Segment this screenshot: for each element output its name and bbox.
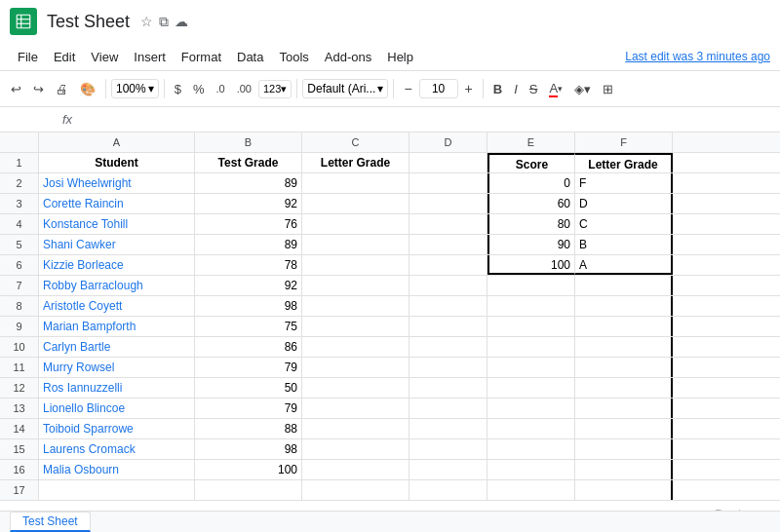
cell-b5[interactable]: 89 [195,235,302,254]
cell-b12[interactable]: 50 [195,378,302,398]
decimal2-button[interactable]: .00 [232,79,256,98]
cell-d11[interactable] [410,358,488,377]
cell-c13[interactable] [302,399,410,418]
cell-d13[interactable] [410,399,488,418]
cell-a5[interactable]: Shani Cawker [39,235,195,254]
cell-f1[interactable]: Letter Grade [575,153,673,172]
cell-f11[interactable] [575,358,673,377]
cell-a6[interactable]: Kizzie Borleace [39,255,195,275]
bold-button[interactable]: B [488,78,507,100]
cell-d16[interactable] [410,460,488,479]
menu-addons[interactable]: Add-ons [317,47,379,67]
menu-insert[interactable]: Insert [126,47,174,67]
cell-a12[interactable]: Ros Iannuzzelli [39,378,195,398]
font-size-increase[interactable]: + [460,77,478,100]
cell-f8[interactable] [575,296,673,316]
cell-b2[interactable]: 89 [195,173,302,193]
cell-e8[interactable] [488,296,575,316]
cell-a9[interactable]: Marian Bampforth [39,317,195,336]
col-header-c[interactable]: C [302,133,410,152]
cell-b15[interactable]: 98 [195,439,302,459]
cell-b7[interactable]: 92 [195,276,302,295]
menu-data[interactable]: Data [229,47,271,67]
highlight-button[interactable]: ◈▾ [569,78,596,100]
more-formats-select[interactable]: 123▾ [258,80,292,98]
cell-e6[interactable]: 100 [488,255,575,275]
cell-c17[interactable] [302,480,410,500]
menu-help[interactable]: Help [379,47,421,67]
menu-edit[interactable]: Edit [46,47,83,67]
cell-a15[interactable]: Laurens Cromack [39,439,195,459]
undo-button[interactable]: ↩ [6,78,26,100]
cell-a4[interactable]: Konstance Tohill [39,214,195,234]
cell-f9[interactable] [575,317,673,336]
cloud-icon[interactable]: ☁ [175,14,188,29]
cell-b17[interactable] [195,480,302,500]
cell-f5[interactable]: B [575,235,673,254]
cell-d6[interactable] [410,255,488,275]
currency-button[interactable]: $ [170,78,186,100]
cell-b6[interactable]: 78 [195,255,302,275]
cell-c6[interactable] [302,255,410,275]
cell-d2[interactable] [410,173,488,193]
cell-c8[interactable] [302,296,410,316]
menu-format[interactable]: Format [174,47,229,67]
cell-f12[interactable] [575,378,673,398]
cell-a8[interactable]: Aristotle Coyett [39,296,195,316]
font-select[interactable]: Default (Ari... ▾ [302,79,388,98]
cell-e15[interactable] [488,439,575,459]
cell-d4[interactable] [410,214,488,234]
cell-f16[interactable] [575,460,673,479]
cell-c12[interactable] [302,378,410,398]
menu-tools[interactable]: Tools [271,47,316,67]
cell-a11[interactable]: Murry Rowsel [39,358,195,377]
col-header-e[interactable]: E [488,133,575,152]
cell-e4[interactable]: 80 [488,214,575,234]
cell-f17[interactable] [575,480,673,500]
formula-input[interactable] [80,112,774,127]
cell-e10[interactable] [488,337,575,357]
cell-e17[interactable] [488,480,575,500]
print-button[interactable]: 🖨 [51,78,73,100]
borders-button[interactable]: ⊞ [598,78,618,100]
zoom-select[interactable]: 100% ▾ [111,79,159,98]
cell-f3[interactable]: D [575,194,673,213]
star-icon[interactable]: ☆ [140,14,153,29]
cell-e5[interactable]: 90 [488,235,575,254]
cell-a7[interactable]: Robby Barraclough [39,276,195,295]
col-header-d[interactable]: D [410,133,488,152]
cell-e7[interactable] [488,276,575,295]
cell-f15[interactable] [575,439,673,459]
italic-button[interactable]: I [509,78,523,100]
cell-f7[interactable] [575,276,673,295]
decimal0-button[interactable]: .0 [212,79,230,98]
cell-f10[interactable] [575,337,673,357]
menu-file[interactable]: File [10,47,46,67]
cell-a17[interactable] [39,480,195,500]
cell-d9[interactable] [410,317,488,336]
font-size-decrease[interactable]: − [399,77,416,100]
cell-c14[interactable] [302,419,410,438]
cell-f14[interactable] [575,419,673,438]
cell-e11[interactable] [488,358,575,377]
cell-a10[interactable]: Carlyn Bartle [39,337,195,357]
cell-b3[interactable]: 92 [195,194,302,213]
cell-c9[interactable] [302,317,410,336]
cell-c16[interactable] [302,460,410,479]
cell-e14[interactable] [488,419,575,438]
cell-f6[interactable]: A [575,255,673,275]
paint-format-button[interactable]: 🎨 [75,78,100,100]
cell-d1[interactable] [410,153,488,172]
cell-c10[interactable] [302,337,410,357]
cell-d5[interactable] [410,235,488,254]
cell-a13[interactable]: Lionello Blincoe [39,399,195,418]
cell-b14[interactable]: 88 [195,419,302,438]
cell-c5[interactable] [302,235,410,254]
cell-b4[interactable]: 76 [195,214,302,234]
copy-icon[interactable]: ⧉ [159,14,169,30]
cell-d10[interactable] [410,337,488,357]
col-header-f[interactable]: F [575,133,673,152]
cell-c1[interactable]: Letter Grade [302,153,410,172]
cell-a2[interactable]: Josi Wheelwright [39,173,195,193]
sheet-tab[interactable]: Test Sheet [10,512,91,532]
